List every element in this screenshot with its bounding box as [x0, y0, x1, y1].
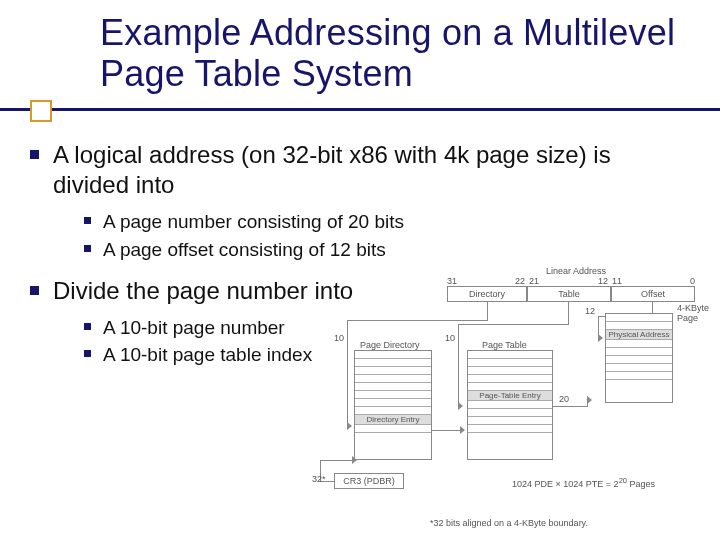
directory-entry-row: Directory Entry: [355, 415, 431, 425]
bullet-text: A page offset consisting of 12 bits: [103, 238, 386, 262]
bullet-icon: [84, 217, 91, 224]
diagram-footnote: *32 bits aligned on a 4-KByte boundary.: [302, 518, 716, 528]
width-label: 10: [445, 333, 455, 343]
bullet-text: A 10-bit page number: [103, 316, 285, 340]
bullet-text: A logical address (on 32-bit x86 with 4k…: [53, 140, 663, 200]
physical-address-row: Physical Address: [606, 330, 672, 340]
bullet-icon: [84, 245, 91, 252]
pde-pte-note: 1024 PDE × 1024 PTE = 220 Pages: [512, 476, 655, 489]
field-label: Offset: [641, 289, 665, 299]
bit-label: 22: [515, 276, 525, 286]
page-box: Physical Address: [605, 313, 673, 403]
note-part: 1024 PTE = 2: [563, 479, 618, 489]
linear-address-label: Linear Address: [546, 266, 606, 276]
page-directory-label: Page Directory: [360, 340, 420, 350]
title-underline: [0, 108, 720, 111]
page-box-label: 4-KByte Page: [677, 303, 716, 323]
field-offset: Offset: [611, 286, 695, 302]
note-part: ×: [556, 479, 561, 489]
bit-label: 31: [447, 276, 457, 286]
page-table-label: Page Table: [482, 340, 527, 350]
field-label: Directory: [469, 289, 505, 299]
page-table-entry-row: Page-Table Entry: [468, 391, 552, 401]
cr3-note: 32*: [312, 474, 326, 484]
note-exp: 20: [619, 476, 627, 485]
field-label: Table: [558, 289, 580, 299]
bit-label: 21: [529, 276, 539, 286]
cr3-box: CR3 (PDBR): [334, 473, 404, 489]
accent-square: [30, 100, 52, 122]
bullet-text: A 10-bit page table index: [103, 343, 312, 367]
width-label: 12: [585, 306, 595, 316]
bullet-icon: [84, 350, 91, 357]
bit-label: 11: [612, 276, 622, 286]
page-table-box: Page-Table Entry: [467, 350, 553, 460]
slide-title: Example Addressing on a Multilevel Page …: [100, 12, 690, 95]
width-label: 20: [559, 394, 569, 404]
note-part: Pages: [627, 479, 655, 489]
bullet-icon: [30, 286, 39, 295]
note-part: 1024 PDE: [512, 479, 553, 489]
bit-label: 0: [690, 276, 695, 286]
page-directory-box: Directory Entry: [354, 350, 432, 460]
field-table: Table: [527, 286, 611, 302]
bullet-icon: [30, 150, 39, 159]
field-directory: Directory: [447, 286, 527, 302]
address-translation-diagram: Linear Address 31 22 21 12 11 0 Director…: [302, 278, 716, 528]
bullet-icon: [84, 323, 91, 330]
bit-label: 12: [598, 276, 608, 286]
bullet-text: A page number consisting of 20 bits: [103, 210, 404, 234]
cr3-label: CR3 (PDBR): [343, 476, 395, 486]
width-label: 10: [334, 333, 344, 343]
